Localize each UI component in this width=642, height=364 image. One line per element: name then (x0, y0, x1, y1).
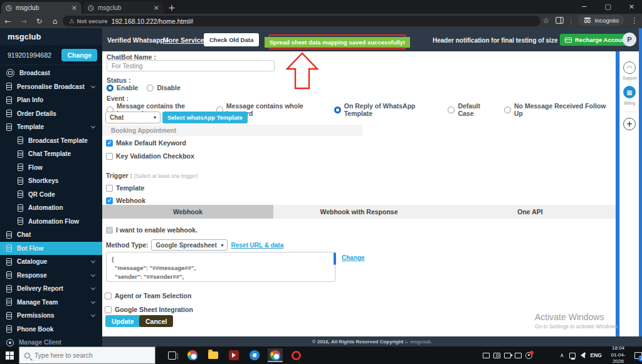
opera-taskbar-icon[interactable] (288, 348, 303, 362)
speaker-icon[interactable] (581, 352, 585, 358)
url-text[interactable]: 192.168.10.222/home.html# (112, 18, 194, 25)
radio-disable[interactable] (147, 85, 154, 91)
sidebar-item-phone-book[interactable]: Phone Book (0, 323, 102, 336)
reset-url-link[interactable]: Reset URL & data (231, 242, 283, 249)
checkbox-make-default-keyword[interactable] (106, 140, 113, 147)
sidebar-item-personalise-broadcast[interactable]: Personalise Broadcast (0, 80, 102, 94)
change-link[interactable]: Change (342, 254, 365, 261)
sidebar-item-broadcast[interactable]: Broadcast (0, 66, 102, 80)
radio-event-no-message[interactable] (504, 107, 511, 113)
support-icon[interactable]: ◠ (623, 61, 636, 74)
radio-enable[interactable] (107, 85, 113, 91)
sidebar-item-chat[interactable]: Chat (0, 228, 102, 242)
language-indicator[interactable]: ENG (590, 352, 601, 358)
tab-one-api[interactable]: One API (445, 205, 616, 219)
maximize-button[interactable]: ▢ (604, 3, 611, 11)
sidebar-item-automation[interactable]: Automation (0, 201, 102, 215)
method-type-select[interactable]: Google Spreadsheet▾ (151, 239, 228, 251)
checkbox-agent-team-selection[interactable] (105, 293, 112, 299)
checkbox-trigger-template[interactable] (106, 185, 113, 192)
add-button[interactable]: + (623, 118, 636, 130)
home-button[interactable]: ⌂ (47, 17, 63, 26)
minimize-button[interactable]: − (581, 3, 587, 11)
sidebar-item-shortkeys[interactable]: Shortkeys (0, 174, 102, 188)
sidebar-item-response[interactable]: Response (0, 269, 102, 283)
sidebar-item-template[interactable]: Template (0, 120, 102, 134)
billing-icon[interactable]: ▦ (623, 86, 636, 98)
video-camera-icon[interactable] (504, 353, 511, 358)
gear-icon[interactable] (525, 352, 532, 359)
reload-button[interactable]: ↻ (31, 17, 47, 26)
radio-event-default-case[interactable] (448, 107, 455, 113)
media-player-taskbar-icon[interactable] (226, 348, 241, 362)
select-whatsapp-template-button[interactable]: Select whatsApp Template (162, 112, 248, 123)
back-button[interactable]: ← (0, 17, 16, 26)
clock[interactable]: 18:0401-04-2026 (607, 345, 629, 364)
cancel-button[interactable]: Cancel (139, 315, 173, 327)
address-bar[interactable]: ⚠Not secure 192.168.10.222/home.html# (63, 16, 540, 26)
task-view-button[interactable] (164, 348, 179, 362)
close-icon[interactable]: × (154, 4, 159, 12)
chrome-active-taskbar-icon[interactable] (268, 348, 283, 362)
taskbar-search[interactable] (19, 346, 155, 364)
checkbox-google-sheet-integration[interactable] (105, 306, 112, 313)
sidebar-item-chat-template[interactable]: Chat Template (0, 147, 102, 161)
tab-webhook[interactable]: Webhook (102, 205, 273, 219)
textarea-scrollbar[interactable] (334, 252, 336, 265)
checkbox-trigger-webhook[interactable] (106, 197, 113, 204)
forward-button[interactable]: → (16, 17, 31, 26)
app-header: Verified Whatsapp▾ More Services Check O… (102, 28, 642, 51)
browser-tab-1[interactable]: msgclub × (1, 2, 82, 14)
sidebar-item-permissions[interactable]: Permissions (0, 309, 102, 323)
checkbox-enable-webhook[interactable] (106, 227, 113, 234)
checkbox-key-validation[interactable] (106, 153, 113, 160)
snip-tool-icon[interactable] (483, 353, 490, 358)
verified-whatsapp-dropdown[interactable]: Verified Whatsapp▾ (107, 36, 169, 44)
chatbot-name-input[interactable] (107, 60, 275, 71)
sidebar-item-catalogue[interactable]: Catalogue (0, 255, 102, 269)
notification-center-icon[interactable]: 2 (634, 352, 642, 359)
close-window-button[interactable]: × (629, 3, 634, 11)
paint-taskbar-icon[interactable] (247, 348, 262, 362)
more-services-link[interactable]: More Services (163, 36, 208, 44)
sidebar-item-delivery-report[interactable]: Delivery Report (0, 282, 102, 296)
start-button[interactable] (0, 346, 19, 364)
check-old-data-button[interactable]: Check Old Data (204, 33, 259, 46)
new-tab-button[interactable]: + (168, 3, 176, 13)
tray-expand-icon[interactable]: ∧ (560, 352, 564, 358)
side-panel-icon[interactable] (555, 17, 564, 24)
radio-event-reply-template[interactable] (334, 107, 341, 113)
tab-webhook-with-response[interactable]: Webhook with Response (273, 205, 445, 219)
file-explorer-taskbar-icon[interactable] (206, 348, 221, 362)
webhook-payload-textarea[interactable]: { "message": "##message##", "sender": "#… (106, 252, 335, 282)
change-number-button[interactable]: Change (61, 49, 97, 61)
sidebar-item-plan-info[interactable]: Plan Info (0, 93, 102, 107)
not-secure-label[interactable]: Not secure (77, 18, 108, 24)
network-icon[interactable] (569, 353, 576, 358)
sidebar-item-order-details[interactable]: Order Details (0, 107, 102, 121)
template-type-select[interactable]: Chat▾ (105, 112, 160, 123)
document-icon (18, 164, 23, 171)
sidebar-item-broadcast-template[interactable]: Broadcast Template (0, 134, 102, 148)
search-input[interactable] (34, 351, 141, 359)
update-button[interactable]: Update (105, 315, 140, 327)
footer-brand-link[interactable]: msgclub. (410, 339, 432, 345)
browser-menu-icon[interactable]: ⋮ (631, 16, 638, 25)
sidebar-item-bot-flow[interactable]: Bot Flow (0, 242, 102, 256)
page-scrollbar[interactable] (639, 28, 642, 336)
sidebar: msgclub 919201994682 Change Broadcast Pe… (0, 28, 102, 346)
sidebar-item-automation-flow[interactable]: Automation Flow (0, 215, 102, 229)
bookmark-star-icon[interactable]: ☆ (543, 16, 550, 25)
chrome-taskbar-icon[interactable] (185, 348, 200, 362)
sidebar-item-manage-client[interactable]: Manage Client (0, 336, 102, 346)
camera-icon[interactable] (493, 353, 500, 358)
close-icon[interactable]: × (71, 4, 77, 12)
recharge-account-button[interactable]: Recharge Account (560, 34, 633, 46)
avatar[interactable]: P (623, 33, 636, 46)
window-icon[interactable] (515, 353, 522, 358)
sidebar-item-flow[interactable]: Flow (0, 161, 102, 175)
sidebar-item-manage-team[interactable]: Manage Team (0, 296, 102, 309)
sidebar-item-qr-code[interactable]: QR Code (0, 188, 102, 202)
browser-tab-2[interactable]: msgclub × (83, 2, 164, 14)
chevron-down-icon (91, 259, 95, 263)
